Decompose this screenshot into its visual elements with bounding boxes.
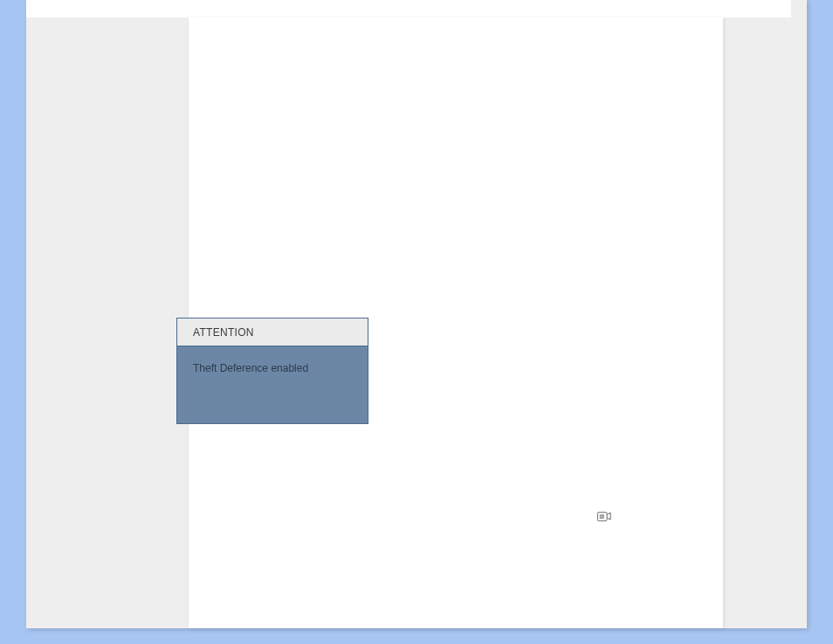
preview-icon[interactable]	[597, 510, 611, 520]
dialog-message: Theft Deference enabled	[193, 362, 308, 374]
dialog-header: ATTENTION	[177, 319, 368, 346]
dialog-body: Theft Deference enabled	[177, 346, 368, 390]
top-strip	[26, 0, 791, 17]
attention-dialog: ATTENTION Theft Deference enabled	[176, 318, 368, 424]
dialog-title: ATTENTION	[193, 326, 254, 339]
panel-frame	[26, 0, 807, 628]
